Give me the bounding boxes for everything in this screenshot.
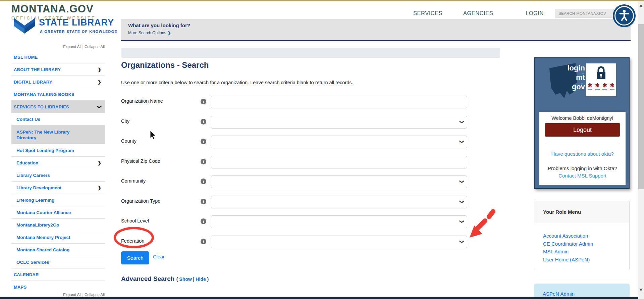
search-form: Organization NameiCityi❯Countyi❯Physical… [121,96,470,255]
sidebar-item-montanalibrary2go[interactable]: MontanaLibrary2Go [11,219,105,231]
scrollbar-thumb[interactable] [638,24,644,189]
search-banner: What are you looking for? More Search Op… [121,19,631,41]
chevron-right-icon: ❯ [98,67,101,72]
sidebar-item-montana-shared-catalog[interactable]: Montana Shared Catalog [11,244,105,256]
asterisk-glyph: ✱ [588,82,592,90]
role-link-user-home-aspen[interactable]: User Home (ASPeN) [543,256,629,264]
logo-word-login: login [544,63,585,73]
sidebar-item-about-the-library[interactable]: ABOUT THE LIBRARY❯ [11,63,105,76]
chevron-right-icon: ❯ [167,31,171,35]
vertical-scrollbar[interactable] [638,1,644,299]
form-row-federation: Federationi❯ [121,236,470,248]
nav-agencies[interactable]: AGENCIES [463,10,493,16]
logout-button[interactable]: Logout [545,123,620,137]
sidebar-item-contact-us[interactable]: Contact Us [11,113,105,126]
sidebar-item-aspen-the-new-library-directory[interactable]: ASPeN: The New Library Directory [11,126,105,144]
info-icon[interactable]: i [201,239,206,244]
sidebar-item-label: MontanaLibrary2Go [16,222,59,228]
role-menu-panel: Your Role Menu Account AssociationCE Coo… [534,201,630,270]
field-label-organization-type: Organization Type [121,196,201,208]
info-icon[interactable]: i [201,119,206,124]
state-library-title: STATE LIBRARY [39,17,114,28]
okta-problems-text: Problems logging in with Okta? [539,165,626,171]
page-title: Organizations - Search [121,60,209,70]
sidebar-item-education[interactable]: Education❯ [11,157,105,169]
sidebar-item-calendar[interactable]: CALENDAR [11,268,105,281]
nav-services[interactable]: SERVICES [413,10,442,16]
chevron-down-icon: ❯ [460,200,465,204]
accessibility-button[interactable] [614,6,634,26]
city-select[interactable]: ❯ [211,116,467,129]
sidebar-item-digital-library[interactable]: DIGITAL LIBRARY❯ [11,76,105,88]
sidebar-item-hot-spot-lending-program[interactable]: Hot Spot Lending Program [11,144,105,157]
info-icon[interactable]: i [201,179,206,184]
organization-type-select[interactable]: ❯ [211,196,467,208]
asterisk-glyph: ✱ [595,82,599,90]
divider [546,144,619,144]
contact-msl-support-link[interactable]: Contact MSL Support [539,173,626,179]
chevron-down-icon: ❯ [460,240,465,244]
asterisk-glyph: ✱ [602,82,607,90]
info-icon[interactable]: i [201,139,206,144]
info-icon[interactable]: i [201,199,206,204]
login-widget: login mt gov ✱✱✱✱ Welcome Bobbi d [534,57,630,189]
lock-icon [594,65,608,82]
community-select[interactable]: ❯ [211,176,467,188]
info-icon[interactable]: i [201,99,206,104]
state-library-tagline: A GREATER STATE OF KNOWLEDGE [40,30,117,34]
mouse-cursor-icon [150,130,156,141]
top-accent-bar [0,0,644,1]
sidebar-item-label: Education [16,160,38,165]
advanced-hide-link[interactable]: Hide [196,277,206,282]
scroll-up-arrow-icon[interactable] [639,4,643,7]
nav-login[interactable]: LOGIN [526,10,544,16]
sidebar-item-label: Montana Shared Catalog [16,247,69,252]
role-menu-links: Account AssociationCE Coordinator AdminM… [534,223,629,263]
search-button[interactable]: Search [121,251,149,264]
sidebar-nav: MSL HOMEABOUT THE LIBRARY❯DIGITAL LIBRAR… [11,51,105,293]
sidebar-item-services-to-libraries[interactable]: SERVICES TO LIBRARIES❯ [11,101,105,113]
chevron-right-icon: ❯ [98,80,101,85]
sidebar-item-label: Contact Us [16,117,40,122]
county-select[interactable]: ❯ [211,136,467,148]
okta-questions-link[interactable]: Have questions about okta? [539,151,626,157]
info-icon[interactable]: i [201,159,206,164]
form-row-organization-name: Organization Namei [121,96,470,108]
sidebar-item-oclc-services[interactable]: OCLC Services [11,256,105,268]
scroll-down-arrow-icon[interactable] [639,289,643,291]
chevron-down-icon: ❯ [460,120,465,124]
login-card: Welcome Bobbi deMontigny! Logout Have qu… [539,112,626,185]
search-input[interactable] [555,9,614,18]
field-label-physical-zip-code: Physical Zip Code [121,156,201,168]
sidebar-item-label: Hot Spot Lending Program [16,148,74,153]
aspen-admin-link[interactable]: ASPeN Admin [543,291,575,297]
info-icon[interactable]: i [201,218,206,224]
role-link-msl-admin[interactable]: MSL Admin [543,248,629,256]
field-label-city: City [121,116,201,129]
sidebar-item-msl-home[interactable]: MSL HOME [11,51,105,63]
organization-name-input[interactable] [211,96,467,108]
sidebar-item-maps[interactable]: MAPS [11,281,105,293]
clear-link[interactable]: Clear [153,254,165,259]
state-library-logo-icon[interactable] [13,17,36,36]
role-link-ce-coordinator-admin[interactable]: CE Coordinator Admin [543,240,629,248]
sidebar-item-montana-memory-project[interactable]: Montana Memory Project [11,231,105,244]
school-level-select[interactable]: ❯ [211,215,467,228]
expand-collapse-bottom[interactable]: Expand All | Collapse All [11,293,105,297]
federation-select[interactable]: ❯ [211,236,467,248]
annotation-red-circle [114,227,154,248]
chevron-down-icon: ❯ [460,180,465,184]
advanced-show-link[interactable]: Show [179,277,192,282]
more-search-options-link[interactable]: More Search Options❯ [128,31,171,35]
breadcrumb-placeholder-bar [121,48,500,58]
sidebar-item-lifelong-learning[interactable]: Lifelong Learning [11,194,105,206]
sidebar-item-library-development[interactable]: Library Development❯ [11,182,105,194]
sidebar-item-montana-talking-books[interactable]: MONTANA TALKING BOOKS [11,88,105,101]
form-row-school-level: School Leveli❯ [121,215,470,228]
sidebar-item-montana-courier-alliance[interactable]: Montana Courier Alliance [11,206,105,219]
physical-zip-code-input[interactable] [211,156,467,168]
annotation-red-arrow-icon [467,207,496,240]
role-link-account-association[interactable]: Account Association [543,232,629,240]
sidebar-item-library-careers[interactable]: Library Careers [11,169,105,182]
expand-collapse-top[interactable]: Expand All | Collapse All [11,45,105,49]
